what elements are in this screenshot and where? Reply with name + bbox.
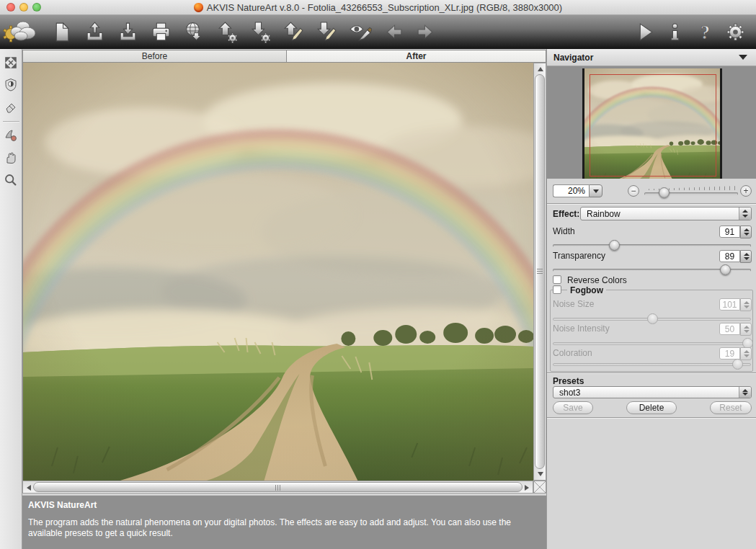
- app-window: AKVIS NatureArt v.8.0 - Fotolia_43266553…: [0, 0, 756, 549]
- stepper-noise-size-icon: [740, 298, 752, 311]
- scroll-left-icon[interactable]: [27, 485, 31, 491]
- zoom-slider-thumb[interactable]: [659, 187, 670, 198]
- close-button[interactable]: [6, 3, 15, 12]
- slider-thumb-coloration: [732, 359, 743, 370]
- slider-track: [553, 363, 751, 366]
- hints-title: AKVIS NatureArt: [28, 500, 541, 510]
- zoom-dropdown-icon[interactable]: [589, 184, 602, 197]
- history-brush-icon[interactable]: [2, 127, 19, 144]
- navigator-header[interactable]: Navigator: [547, 49, 756, 66]
- combo-stepper-icon[interactable]: [739, 387, 751, 398]
- param-value-transparency[interactable]: 89: [719, 250, 740, 262]
- param-label-transparency: Transparency: [553, 251, 605, 261]
- fogbow-label: Fogbow: [567, 285, 606, 295]
- image-edge-left: [582, 68, 584, 179]
- window-title: AKVIS NatureArt v.8.0 - Fotolia_43266553…: [207, 2, 562, 13]
- export-settings-icon[interactable]: [249, 20, 272, 44]
- minimize-button[interactable]: [19, 3, 28, 12]
- publish-web-icon[interactable]: [182, 20, 206, 44]
- horizontal-scroll-thumb[interactable]: [33, 482, 522, 492]
- save-preset-button[interactable]: Save: [553, 401, 593, 414]
- redo-icon[interactable]: [414, 20, 438, 44]
- import-edits-icon[interactable]: [282, 20, 306, 44]
- param-value-noise-intensity: 50: [719, 323, 740, 335]
- fit-image-icon[interactable]: [2, 54, 19, 71]
- scroll-right-icon[interactable]: [525, 485, 529, 491]
- effect-select[interactable]: Rainbow: [580, 207, 752, 220]
- slider-thumb-width[interactable]: [609, 240, 620, 251]
- about-icon[interactable]: [663, 20, 687, 44]
- vertical-scroll-thumb[interactable]: [535, 74, 545, 469]
- eraser-tool-icon[interactable]: [2, 99, 19, 116]
- preset-select[interactable]: shot3: [553, 386, 752, 398]
- navigator-preview[interactable]: [547, 66, 756, 179]
- slider-track[interactable]: [553, 244, 751, 247]
- main-toolbar: [0, 15, 756, 49]
- slider-width[interactable]: [553, 240, 751, 251]
- scroll-grip: [275, 485, 281, 491]
- effect-label: Effect:: [553, 209, 579, 219]
- toolbar-right-group: [633, 20, 747, 44]
- param-value-noise-size: 101: [719, 298, 740, 311]
- tab-before[interactable]: Before: [22, 50, 286, 63]
- window-title-wrap: AKVIS NatureArt v.8.0 - Fotolia_43266553…: [194, 2, 562, 13]
- separator: [547, 203, 756, 205]
- param-label-noise-intensity: Noise Intensity: [553, 323, 610, 334]
- run-icon[interactable]: [633, 20, 657, 44]
- param-value-width[interactable]: 91: [719, 226, 740, 238]
- zoom-slider[interactable]: [644, 186, 738, 197]
- quick-preview-icon[interactable]: [348, 20, 372, 44]
- reverse-colors-checkbox[interactable]: [553, 275, 561, 284]
- reset-preset-button[interactable]: Reset: [710, 401, 752, 414]
- toolbar-left-group: [1, 17, 438, 48]
- after-image: [23, 63, 533, 481]
- open-image-icon[interactable]: [83, 20, 107, 44]
- akvis-logo-icon[interactable]: [1, 17, 40, 48]
- param-label-noise-size: Noise Size: [553, 299, 594, 309]
- zoom-input[interactable]: [553, 184, 589, 197]
- zoom-out-button[interactable]: −: [628, 185, 639, 197]
- effect-selected: Rainbow: [587, 209, 621, 219]
- scroll-grip: [537, 269, 543, 274]
- fogbow-checkbox[interactable]: [553, 285, 561, 294]
- zoom-in-button[interactable]: +: [740, 185, 752, 197]
- slider-thumb-noise-size: [647, 313, 658, 324]
- navigator-view-frame[interactable]: [590, 74, 716, 177]
- stepper-width-icon[interactable]: [740, 226, 752, 238]
- hints-description: The program adds the natural phenomena o…: [28, 517, 541, 540]
- slider-track: [553, 342, 751, 345]
- preset-selected: shot3: [559, 388, 580, 398]
- zoom-window-button[interactable]: [32, 3, 41, 12]
- import-settings-icon[interactable]: [215, 20, 239, 44]
- export-edits-icon[interactable]: [315, 20, 339, 44]
- image-viewport[interactable]: [22, 63, 533, 481]
- scroll-up-icon[interactable]: [538, 67, 543, 71]
- slider-transparency[interactable]: [553, 264, 751, 275]
- help-icon[interactable]: [693, 20, 717, 44]
- settings-panel: Navigator − + Effect: Rainbow: [546, 49, 756, 549]
- undo-icon[interactable]: [381, 20, 405, 44]
- quick-mask-icon[interactable]: [2, 76, 19, 94]
- zoom-controls: − +: [547, 179, 756, 203]
- delete-preset-button[interactable]: Delete: [626, 401, 677, 414]
- tool-sidebar: [0, 49, 22, 549]
- zoom-tool-icon[interactable]: [2, 171, 19, 189]
- tab-after[interactable]: After: [286, 50, 546, 63]
- scroll-down-icon[interactable]: [538, 472, 543, 476]
- preferences-icon[interactable]: [724, 20, 747, 44]
- slider-thumb-transparency[interactable]: [720, 264, 731, 275]
- traffic-lights: [6, 3, 41, 12]
- horizontal-scrollbar[interactable]: [22, 481, 533, 494]
- print-icon[interactable]: [149, 20, 173, 44]
- param-value-coloration: 19: [719, 347, 740, 360]
- hand-tool-icon[interactable]: [2, 149, 19, 166]
- title-bar: AKVIS NatureArt v.8.0 - Fotolia_43266553…: [0, 0, 756, 15]
- save-image-icon[interactable]: [116, 20, 140, 44]
- new-image-icon[interactable]: [50, 20, 74, 44]
- combo-stepper-icon[interactable]: [739, 207, 751, 220]
- separator: [547, 372, 756, 374]
- vertical-scrollbar[interactable]: [533, 63, 546, 481]
- stepper-transparency-icon[interactable]: [740, 250, 752, 263]
- collapse-caret-icon[interactable]: [739, 55, 747, 60]
- stepper-noise-intensity-icon: [740, 323, 752, 336]
